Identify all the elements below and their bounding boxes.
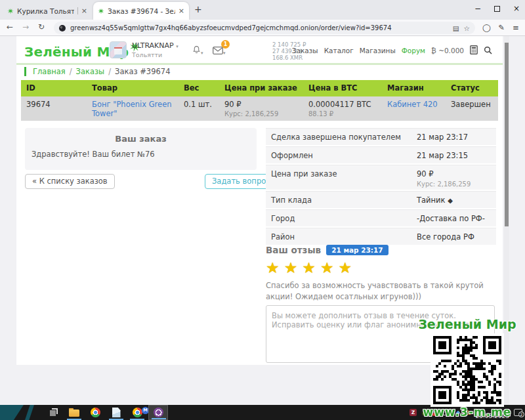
col-price: Цена при заказе <box>219 80 303 96</box>
back-to-orders-button[interactable]: « К списку заказов <box>25 174 115 189</box>
col-product: Товар <box>87 80 178 96</box>
breadcrumb-orders[interactable]: Заказы <box>76 67 105 76</box>
user-menu[interactable]: ULTRAKNAP ▾ Тольятти <box>132 41 178 58</box>
watermark-title: Зеленый Мир <box>415 317 520 331</box>
scrollbar-thumb[interactable] <box>505 43 509 226</box>
order-weight: 0.1 шт. <box>178 96 219 121</box>
col-id: ID <box>21 80 87 96</box>
status-badge: Завершен <box>446 96 498 121</box>
detail-row: РайонВсе города РФ <box>266 228 496 245</box>
breadcrumb-home[interactable]: Главная <box>33 67 66 76</box>
nav-orders[interactable]: Заказы <box>292 47 318 54</box>
tor-browser-button[interactable] <box>148 405 168 420</box>
breadcrumb-separator: / <box>108 67 111 76</box>
order-price: 90 ₽Курс: 2,186,259 <box>219 96 303 121</box>
detail-row: Город-Доставка по РФ- <box>266 209 496 226</box>
task-view-icon <box>49 408 58 417</box>
order-id: 39674 <box>21 96 87 121</box>
site-header: Зелёный Мир ULTRAKNAP ▾ Тольятти ▾ ▾ 1 2… <box>16 36 503 65</box>
nav-shops[interactable]: Магазины <box>360 47 396 54</box>
start-button[interactable] <box>0 405 37 420</box>
window-controls: − × <box>473 1 521 16</box>
order-details: Сделка завершена покупателем21 мар 23:17… <box>266 128 496 246</box>
nav-forum[interactable]: Форум <box>402 47 425 54</box>
order-box-message: Здравствуйте! Ваш билет №76 <box>25 144 257 159</box>
order-btc: 0.00004117 BTC88.13 ₽ <box>303 96 382 121</box>
order-message-box: Ваш заказ Здравствуйте! Ваш билет №76 <box>25 128 257 170</box>
chrome-icon <box>133 408 142 417</box>
breadcrumb-current: Заказ #39674 <box>115 67 170 76</box>
gmail-button[interactable]: M <box>127 405 147 420</box>
new-tab-button[interactable]: + <box>194 4 202 14</box>
leaf-favicon <box>98 8 104 14</box>
site-identity-icon[interactable] <box>59 25 66 32</box>
user-avatar[interactable] <box>110 41 127 58</box>
leaf-favicon <box>7 8 14 14</box>
task-view-button[interactable] <box>43 405 63 420</box>
folder-icon <box>69 408 79 417</box>
desktop: Курилка Тольятти. - Зелёный × Заказ #396… <box>0 0 525 420</box>
tor-icon <box>154 408 163 417</box>
tab-title: Заказ #39674 - Зелёный Мир <box>108 7 175 15</box>
product-link[interactable]: Бонг "Phoenix Green Tower" <box>92 100 172 118</box>
notifications-bell-icon[interactable]: ▾ <box>192 45 203 57</box>
breadcrumb-accent-bar <box>24 67 26 76</box>
review-section: Ваш отзыв 21 мар 23:17 ★★★★★ Спасибо за … <box>266 245 496 303</box>
breadcrumb-separator: / <box>70 67 72 76</box>
page-container: Зелёный Мир ULTRAKNAP ▾ Тольятти ▾ ▾ 1 2… <box>16 36 503 365</box>
chrome-button[interactable] <box>85 405 105 420</box>
chrome-icon <box>91 408 100 417</box>
bookmark-star-icon[interactable]: ☆ <box>464 24 470 32</box>
col-shop: Магазин <box>382 80 446 96</box>
maximize-button[interactable] <box>494 6 500 12</box>
review-date-badge: 21 мар 23:17 <box>326 245 388 255</box>
close-tab-icon[interactable]: × <box>81 7 87 14</box>
file-explorer-button[interactable] <box>64 405 84 420</box>
btc-rate[interactable]: ₿ ~0.000 <box>431 47 464 54</box>
tab-kurilka[interactable]: Курилка Тольятти. - Зелёный × <box>3 2 92 20</box>
detail-row: Цена при заказе 90 ₽Курс: 2,186,259 <box>266 165 496 190</box>
detail-row: Оформлен21 мар 23:15 <box>266 146 496 163</box>
forward-icon[interactable]: → <box>22 22 29 32</box>
chevron-down-icon: ▾ <box>176 44 178 49</box>
order-table: ID Товар Вес Цена при заказе Цена в BTC … <box>21 80 498 121</box>
user-name: ULTRAKNAP <box>132 41 174 50</box>
review-title: Ваш отзыв <box>266 245 321 255</box>
watermark-url: www.3-m.me <box>415 406 520 419</box>
close-window-button[interactable]: × <box>512 4 521 13</box>
stash-gem-icon: ◆ <box>448 197 453 204</box>
tab-divider <box>77 7 78 14</box>
tab-order-active[interactable]: Заказ #39674 - Зелёный Мир × <box>93 2 189 20</box>
calculator-icon[interactable] <box>470 45 478 56</box>
extension-wand-icon[interactable]: ✎ <box>498 23 505 32</box>
col-weight: Вес <box>178 80 219 96</box>
close-tab-icon[interactable]: × <box>178 7 184 14</box>
search-icon[interactable] <box>484 46 492 56</box>
unread-messages-badge: 1 <box>221 40 230 49</box>
nav-catalog[interactable]: Каталог <box>324 47 354 54</box>
table-row: 39674 Бонг "Phoenix Green Tower" 0.1 шт.… <box>21 96 498 121</box>
breadcrumb: Главная / Заказы / Заказ #39674 <box>24 67 170 76</box>
reader-mode-icon[interactable]: ▤ <box>453 24 459 32</box>
address-bar[interactable]: greenwsz4q55w5qmlgttw7gx4hq66abyzsfoeucm… <box>54 22 475 34</box>
col-status: Статус <box>446 80 498 96</box>
browser-toolbar: ← → ↻ greenwsz4q55w5qmlgttw7gx4hq66abyzs… <box>0 20 525 36</box>
browser-tab-bar: Курилка Тольятти. - Зелёный × Заказ #396… <box>0 0 525 20</box>
notepad-button[interactable] <box>106 405 126 420</box>
qr-code <box>430 333 504 407</box>
back-icon[interactable]: ← <box>7 22 13 32</box>
minimize-button[interactable]: − <box>473 4 482 13</box>
table-header-row: ID Товар Вес Цена при заказе Цена в BTC … <box>21 80 498 96</box>
star-rating[interactable]: ★★★★★ <box>266 259 496 276</box>
url-text[interactable]: greenwsz4q55w5qmlgttw7gx4hq66abyzsfoeucm… <box>70 24 448 32</box>
detail-row: Сделка завершена покупателем21 мар 23:17 <box>266 128 496 145</box>
menu-icon[interactable]: ≡ <box>513 23 519 32</box>
shop-link[interactable]: Кабинет 420 <box>387 100 438 109</box>
col-btc: Цена в BTC <box>303 80 382 96</box>
user-city: Тольятти <box>132 51 178 58</box>
main-nav: Заказы Каталог Магазины Форум ₿ ~0.000 <box>292 36 492 65</box>
order-box-title: Ваш заказ <box>25 128 257 144</box>
reload-icon[interactable]: ↻ <box>38 22 45 32</box>
shield-icon[interactable]: ◯ <box>482 23 491 32</box>
review-text: Спасибо за возможность учавствовать в та… <box>266 280 494 303</box>
